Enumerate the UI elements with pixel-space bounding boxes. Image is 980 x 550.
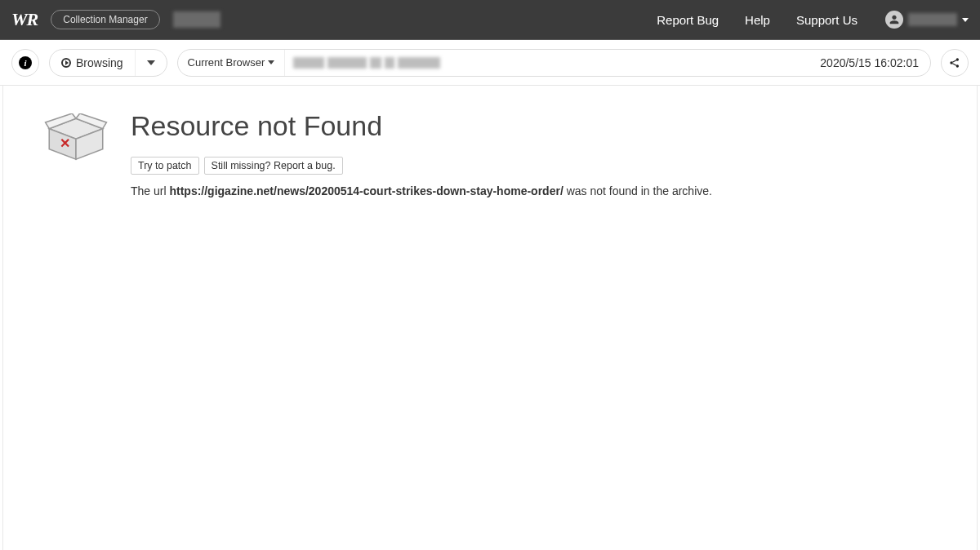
url-segment-redacted <box>293 57 324 69</box>
user-menu[interactable] <box>885 11 969 29</box>
share-button[interactable] <box>941 49 969 77</box>
not-found-message: The url https://gigazine.net/news/202005… <box>131 184 936 197</box>
url-segment-redacted <box>398 57 440 69</box>
chevron-down-icon <box>962 18 969 22</box>
msg-url: https://gigazine.net/news/20200514-court… <box>169 184 563 197</box>
url-segment-redacted <box>385 57 394 69</box>
recording-toolbar: i Browsing Current Browser 2020/5/15 16:… <box>0 40 980 86</box>
play-circle-icon <box>61 58 71 68</box>
msg-prefix: The url <box>131 184 169 197</box>
url-segment-redacted <box>370 57 381 69</box>
browser-selector[interactable]: Current Browser <box>178 50 286 76</box>
msg-suffix: was not found in the archive. <box>564 184 712 197</box>
url-segment-redacted <box>327 57 367 69</box>
info-icon: i <box>19 56 32 69</box>
support-us-link[interactable]: Support Us <box>796 13 858 27</box>
chevron-down-icon <box>268 60 274 64</box>
report-bug-link[interactable]: Report Bug <box>657 13 719 27</box>
mode-button[interactable]: Browsing <box>50 50 136 76</box>
collection-name-redacted <box>173 11 220 28</box>
content-area: ✕ Resource not Found Try to patch Still … <box>2 86 978 550</box>
help-link[interactable]: Help <box>745 13 770 27</box>
share-icon <box>948 56 961 69</box>
capture-timestamp: 2020/5/15 16:02:01 <box>808 56 930 69</box>
svg-line-3 <box>952 60 956 62</box>
svg-line-4 <box>952 63 956 65</box>
try-patch-button[interactable]: Try to patch <box>131 157 199 175</box>
mode-label: Browsing <box>76 56 123 69</box>
svg-text:✕: ✕ <box>60 136 70 150</box>
username-redacted <box>908 13 957 26</box>
browser-label: Current Browser <box>188 56 265 69</box>
url-bar: Current Browser 2020/5/15 16:02:01 <box>177 49 931 77</box>
mode-dropdown-toggle[interactable] <box>136 50 167 76</box>
url-input[interactable] <box>285 50 808 76</box>
collection-manager-button[interactable]: Collection Manager <box>51 10 159 29</box>
chevron-down-icon <box>147 60 155 65</box>
info-button[interactable]: i <box>11 49 39 77</box>
empty-box-icon: ✕ <box>44 113 108 164</box>
page-title: Resource not Found <box>131 110 936 142</box>
logo[interactable]: WR <box>11 9 38 30</box>
mode-selector: Browsing <box>49 49 167 77</box>
top-nav: WR Collection Manager Report Bug Help Su… <box>0 0 980 40</box>
report-bug-button[interactable]: Still missing? Report a bug. <box>204 157 343 175</box>
user-avatar-icon <box>885 11 903 29</box>
